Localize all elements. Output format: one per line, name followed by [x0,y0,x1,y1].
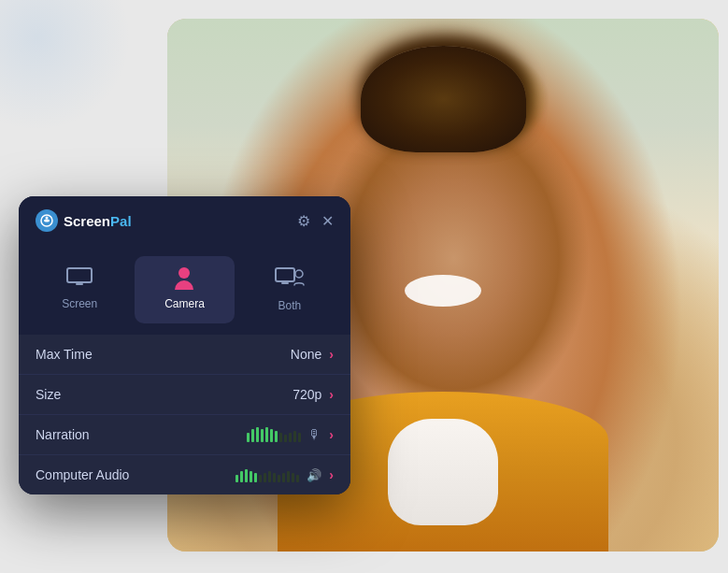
narration-label: Narration [36,427,90,442]
camera-mode-icon [172,267,196,292]
inner-shirt [388,419,498,525]
size-label: Size [36,387,61,402]
screenpal-panel: ScreenPal ⚙ ✕ Screen [19,196,350,494]
tab-camera[interactable]: Camera [135,256,234,323]
narration-right: 🎙 › [247,427,334,442]
person-body-icon [175,280,193,290]
size-right: 720p › [293,387,334,402]
narration-bars [247,427,301,442]
narration-chevron: › [329,427,334,442]
logo-icon [36,209,58,232]
tab-camera-label: Camera [164,297,205,310]
person-head-icon [178,267,190,279]
mode-tabs: Screen Camera [19,245,350,335]
computer-audio-bars [236,467,299,482]
max-time-chevron: › [329,347,334,362]
tab-both[interactable]: Both [240,256,339,323]
settings-area: Max Time None › Size 720p › Narration [19,335,350,494]
computer-audio-chevron: › [329,467,334,482]
close-icon[interactable]: ✕ [321,212,334,230]
computer-audio-label: Computer Audio [36,467,129,482]
settings-icon[interactable]: ⚙ [297,212,310,230]
max-time-right: None › [291,347,334,362]
svg-point-1 [46,217,49,220]
panel-header: ScreenPal ⚙ ✕ [19,196,350,245]
mic-icon: 🎙 [308,427,321,442]
logo: ScreenPal [36,209,132,232]
logo-text: ScreenPal [64,213,132,229]
header-actions: ⚙ ✕ [297,212,334,230]
narration-row[interactable]: Narration 🎙 › [19,415,350,455]
svg-rect-4 [276,268,294,281]
max-time-label: Max Time [36,347,93,362]
screen-mode-icon [66,267,93,292]
max-time-value: None [291,347,321,362]
computer-audio-right: 🔊 › [236,467,334,482]
speaker-icon: 🔊 [307,468,321,482]
svg-rect-5 [281,282,289,284]
tab-both-label: Both [278,299,301,312]
bg-blur [0,0,131,131]
size-chevron: › [329,387,334,402]
tab-screen-label: Screen [62,297,97,310]
tab-screen[interactable]: Screen [30,256,129,323]
scene: ScreenPal ⚙ ✕ Screen [0,0,728,573]
max-time-row[interactable]: Max Time None › [19,335,350,375]
both-mode-icon [275,267,305,294]
svg-rect-3 [76,283,83,285]
svg-rect-2 [67,268,92,282]
size-row[interactable]: Size 720p › [19,375,350,415]
svg-point-6 [295,270,303,278]
computer-audio-row[interactable]: Computer Audio 🔊 › [19,455,350,494]
size-value: 720p [293,387,321,402]
